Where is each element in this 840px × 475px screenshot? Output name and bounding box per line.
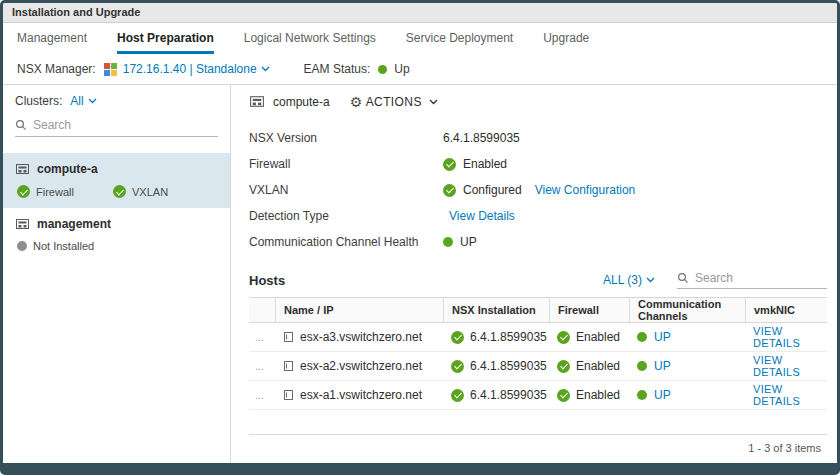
hosts-search-input[interactable] <box>695 271 827 285</box>
check-icon <box>557 389 570 402</box>
nsx-manager-bar: NSX Manager: 172.16.1.40 | Standalone EA… <box>3 54 837 85</box>
cluster-item-compute-a[interactable]: compute-a Firewall VXLAN <box>3 153 230 208</box>
gear-icon: ⚙ <box>350 95 363 109</box>
field-label: Detection Type <box>249 209 443 223</box>
row-menu-handle[interactable]: ... <box>249 360 275 372</box>
chevron-down-icon[interactable] <box>646 277 655 283</box>
tab-upgrade[interactable]: Upgrade <box>543 23 589 54</box>
view-configuration-link[interactable]: View Configuration <box>535 183 636 197</box>
host-icon <box>283 360 294 372</box>
host-name: esx-a3.vswitchzero.net <box>300 330 422 344</box>
host-name: esx-a2.vswitchzero.net <box>300 359 422 373</box>
eam-status-dot <box>378 65 387 74</box>
channel-status-link[interactable]: UP <box>654 330 671 344</box>
column-vmknic: vmkNIC <box>745 298 827 322</box>
table-pagination: 1 - 3 of 3 items <box>249 434 827 460</box>
status-dot-icon <box>443 237 453 247</box>
eam-status-value: Up <box>394 62 409 76</box>
check-icon <box>443 184 456 197</box>
host-firewall: Enabled <box>576 330 620 344</box>
search-icon <box>15 119 27 131</box>
check-icon <box>557 360 570 373</box>
view-details-link[interactable]: VIEW DETAILS <box>753 325 827 349</box>
table-row: ... esx-a3.vswitchzero.net 6.4.1.8599035… <box>249 323 827 352</box>
nsx-manager-icon <box>104 63 117 76</box>
firewall-value: Enabled <box>463 157 507 171</box>
column-nsx-installation: NSX Installation <box>443 298 549 322</box>
app-window: Installation and Upgrade Management Host… <box>0 0 840 475</box>
window-title: Installation and Upgrade <box>3 3 837 23</box>
column-name-ip: Name / IP <box>275 298 443 322</box>
field-label: Firewall <box>249 157 443 171</box>
cluster-details: NSX Version 6.4.1.8599035 Firewall Enabl… <box>249 125 827 255</box>
not-installed-dot-icon <box>17 241 27 251</box>
check-icon <box>451 360 464 373</box>
view-details-link[interactable]: VIEW DETAILS <box>753 383 827 407</box>
check-icon <box>451 331 464 344</box>
host-name: esx-a1.vswitchzero.net <box>300 388 422 402</box>
cluster-item-management[interactable]: management Not Installed <box>3 208 230 262</box>
check-icon <box>113 185 126 198</box>
cluster-status-label: Not Installed <box>33 240 94 252</box>
cluster-status-label: Firewall <box>36 186 74 198</box>
eam-status-label: EAM Status: <box>304 62 371 76</box>
table-row: ... esx-a1.vswitchzero.net 6.4.1.8599035… <box>249 381 827 410</box>
hosts-section-title: Hosts <box>249 273 285 288</box>
host-icon <box>283 331 294 343</box>
host-nsx-version: 6.4.1.8599035 <box>470 388 547 402</box>
channel-health-value: UP <box>460 235 477 249</box>
chevron-down-icon <box>429 99 438 105</box>
cluster-status-label: VXLAN <box>132 186 168 198</box>
actions-button[interactable]: ⚙ ACTIONS <box>350 95 438 109</box>
status-dot-icon <box>637 332 647 342</box>
host-firewall: Enabled <box>576 359 620 373</box>
hosts-search <box>677 271 827 289</box>
check-icon <box>451 389 464 402</box>
clusters-filter[interactable]: All <box>70 94 83 108</box>
tab-logical-network-settings[interactable]: Logical Network Settings <box>244 23 376 54</box>
selected-cluster-name: compute-a <box>273 95 330 109</box>
chevron-down-icon[interactable] <box>261 66 270 72</box>
channel-status-link[interactable]: UP <box>654 388 671 402</box>
field-label: NSX Version <box>249 131 443 145</box>
view-details-link[interactable]: View Details <box>449 209 515 223</box>
tab-service-deployment[interactable]: Service Deployment <box>406 23 513 54</box>
view-details-link[interactable]: VIEW DETAILS <box>753 354 827 378</box>
table-row: ... esx-a2.vswitchzero.net 6.4.1.8599035… <box>249 352 827 381</box>
column-communication-channels: Communication Channels <box>629 298 745 322</box>
chevron-down-icon[interactable] <box>88 98 97 104</box>
row-menu-handle[interactable]: ... <box>249 389 275 401</box>
check-icon <box>557 331 570 344</box>
hosts-filter[interactable]: ALL (3) <box>603 273 642 287</box>
cluster-detail-panel: compute-a ⚙ ACTIONS NSX Version 6.4.1.85… <box>231 85 837 463</box>
cluster-search <box>15 118 218 137</box>
host-nsx-version: 6.4.1.8599035 <box>470 330 547 344</box>
field-label: VXLAN <box>249 183 443 197</box>
status-dot-icon <box>637 361 647 371</box>
tab-management[interactable]: Management <box>17 23 87 54</box>
row-menu-handle[interactable]: ... <box>249 331 275 343</box>
host-firewall: Enabled <box>576 388 620 402</box>
hosts-table-header: Name / IP NSX Installation Firewall Comm… <box>249 297 827 323</box>
cluster-icon <box>249 94 265 109</box>
vxlan-value: Configured <box>463 183 522 197</box>
status-dot-icon <box>637 390 647 400</box>
cluster-name: compute-a <box>37 162 98 176</box>
column-firewall: Firewall <box>549 298 629 322</box>
hosts-table: Name / IP NSX Installation Firewall Comm… <box>249 297 827 460</box>
field-label: Communication Channel Health <box>249 235 443 249</box>
clusters-sidebar: Clusters: All compute-a <box>3 85 231 463</box>
cluster-icon <box>15 162 30 176</box>
check-icon <box>443 158 456 171</box>
tab-bar: Management Host Preparation Logical Netw… <box>3 23 837 54</box>
tab-host-preparation[interactable]: Host Preparation <box>117 23 214 54</box>
nsx-manager-label: NSX Manager: <box>17 62 96 76</box>
clusters-label: Clusters: <box>15 94 62 108</box>
check-icon <box>17 185 30 198</box>
cluster-search-input[interactable] <box>33 118 218 132</box>
host-icon <box>283 389 294 401</box>
nsx-manager-select[interactable]: 172.16.1.40 | Standalone <box>123 62 257 76</box>
search-icon <box>677 272 689 284</box>
host-nsx-version: 6.4.1.8599035 <box>470 359 547 373</box>
channel-status-link[interactable]: UP <box>654 359 671 373</box>
